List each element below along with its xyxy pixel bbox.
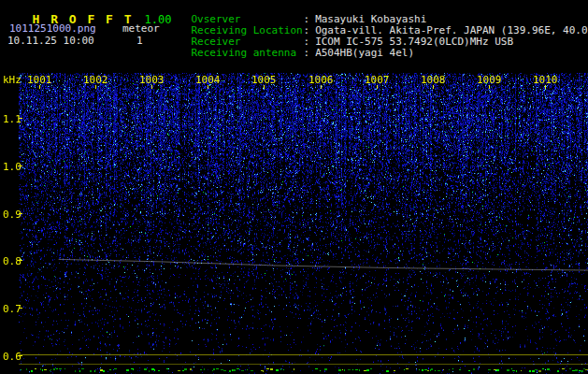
field-separator: :: [304, 47, 310, 59]
field-value: A504HB(yagi 4el): [315, 47, 414, 59]
freq-tick-label: 0.8: [3, 255, 22, 267]
hrofft-window: H R O F F T1.00 1011251000.png meteor 1 …: [0, 0, 588, 374]
time-tick-label: 1001: [27, 74, 51, 86]
meteor-count: 1: [136, 36, 143, 47]
freq-tick-label: 0.7: [3, 303, 22, 315]
freq-tick-label: 1.1: [3, 113, 22, 125]
time-tick-label: 1008: [421, 74, 445, 86]
freq-tick-label: 0.9: [3, 209, 22, 221]
time-tick-label: 1002: [83, 74, 108, 86]
time-tick-label: 1006: [308, 74, 333, 86]
time-tick-label: 1009: [477, 74, 501, 86]
field-label: Receiving antenna: [192, 48, 304, 59]
mode-label: meteor: [122, 23, 160, 35]
time-tick-label: 1007: [365, 74, 389, 86]
time-tick-label: 1005: [251, 74, 276, 86]
freq-tick-label: 1.0: [3, 161, 22, 173]
spectrogram-canvas: [0, 73, 588, 374]
time-tick-label: 1010: [533, 74, 557, 86]
freq-tick-label: 0.6: [3, 351, 22, 363]
freq-axis-unit: kHz: [3, 74, 22, 86]
timestamp: 10.11.25 10:00: [7, 36, 94, 47]
header-field-antenna: Receiving antenna:A504HB(yagi 4el): [166, 36, 414, 70]
output-filename: 1011251000.png: [9, 23, 96, 35]
time-tick-label: 1004: [195, 74, 220, 86]
time-tick-label: 1003: [139, 74, 164, 86]
